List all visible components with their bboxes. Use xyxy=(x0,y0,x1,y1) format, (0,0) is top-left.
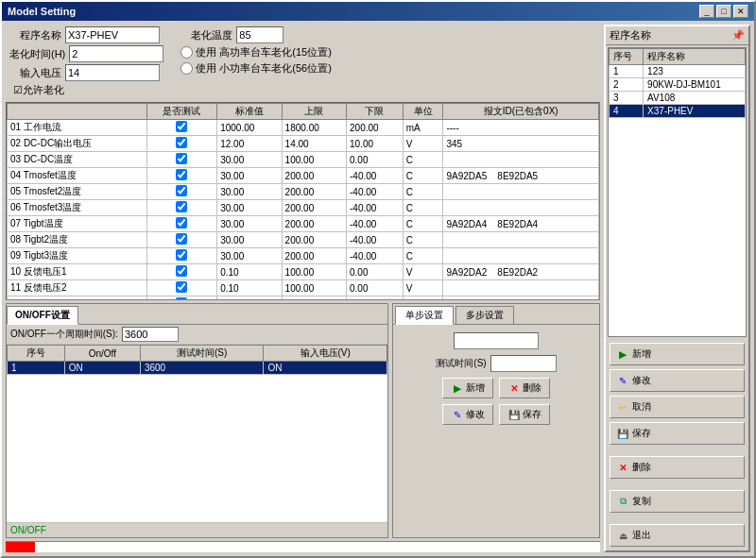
row-checkbox[interactable] xyxy=(146,120,217,136)
step-input1[interactable] xyxy=(454,332,539,349)
step-edit-button[interactable]: ✎ 修改 xyxy=(442,404,493,425)
tab-on-off-settings[interactable]: ON/OFF设置 xyxy=(7,306,78,325)
on-off-panel: ON/OFF设置 ON/OFF一个周期时间(S): 序号 On/Off xyxy=(6,303,388,538)
list-item[interactable]: 4 X37-PHEV xyxy=(610,105,746,118)
prog-col-seq: 序号 xyxy=(610,49,644,65)
high-power-radio[interactable] xyxy=(180,46,193,59)
row-msg: ---- xyxy=(443,120,599,136)
table-row[interactable]: 1 ON 3600 ON xyxy=(8,362,387,375)
step-save-button[interactable]: 💾 保存 xyxy=(499,404,550,425)
table-row[interactable]: 07 Tigbt温度 30.00 200.00 -40.00 C 9A92DA4… xyxy=(8,216,599,232)
prog-save-button[interactable]: 💾 保存 xyxy=(610,422,745,445)
step-new-button[interactable]: ▶ 新增 xyxy=(442,378,493,398)
row-checkbox[interactable] xyxy=(146,280,217,296)
tab-multi-step[interactable]: 多步设置 xyxy=(455,306,514,324)
row-upper: 100.00 xyxy=(282,296,346,301)
close-button[interactable]: ✕ xyxy=(733,5,748,18)
prog-cancel-button[interactable]: ↩ 取消 xyxy=(610,396,745,418)
prog-exit-button[interactable]: ⏏ 退出 xyxy=(610,524,745,547)
input-voltage-input[interactable] xyxy=(65,64,160,81)
row-lower: 10.00 xyxy=(347,136,404,152)
row-checkbox[interactable] xyxy=(146,232,217,248)
on-off-tab-bar: ON/OFF设置 xyxy=(7,304,387,325)
row-upper: 14.00 xyxy=(282,136,346,152)
table-row[interactable]: 12 反馈电压3 0.10 100.00 0.00 V xyxy=(8,296,599,301)
on-off-table: 序号 On/Off 测试时间(S) 输入电压(V) 1 ON xyxy=(7,345,387,375)
row-checkbox[interactable] xyxy=(146,264,217,280)
table-row[interactable]: 05 Tmosfet2温度 30.00 200.00 -40.00 C xyxy=(8,184,599,200)
maximize-button[interactable]: □ xyxy=(716,5,731,18)
row-upper: 100.00 xyxy=(282,152,346,168)
title-bar: Model Setting _ □ ✕ xyxy=(2,2,754,21)
prog-delete-icon: ✕ xyxy=(616,461,629,474)
prog-new-button[interactable]: ▶ 新增 xyxy=(610,343,745,365)
step-buttons-row1: ▶ 新增 ✕ 删除 xyxy=(442,378,550,398)
age-time-input[interactable] xyxy=(69,45,163,62)
minimize-button[interactable]: _ xyxy=(699,5,714,18)
row-id: 05 Tmosfet2温度 xyxy=(8,184,147,200)
program-list-container: 序号 程序名称 1 123 2 90KW-DJ-BM101 3 AV108 4 … xyxy=(608,47,747,337)
row-unit: C xyxy=(403,232,443,248)
row-upper: 100.00 xyxy=(282,280,346,296)
prog-copy-label: 复制 xyxy=(632,495,651,508)
row-checkbox[interactable] xyxy=(146,152,217,168)
list-item[interactable]: 3 AV108 xyxy=(610,92,746,105)
program-name-input[interactable] xyxy=(65,26,160,43)
row-checkbox[interactable] xyxy=(146,216,217,232)
age-temp-input[interactable] xyxy=(236,26,284,43)
list-item[interactable]: 1 123 xyxy=(610,65,746,78)
window-title: Model Setting xyxy=(8,6,76,17)
row-id: 03 DC-DC温度 xyxy=(8,152,147,168)
on-off-voltage: ON xyxy=(264,362,387,375)
row-id: 04 Tmosfet温度 xyxy=(8,168,147,184)
step-test-time-input[interactable] xyxy=(490,355,557,372)
row-checkbox[interactable] xyxy=(146,136,217,152)
left-panel: 程序名称 老化时间(H) 输入电压 ☑允许老化 xyxy=(6,25,600,552)
row-lower: 0.00 xyxy=(347,296,404,301)
table-row[interactable]: 02 DC-DC输出电压 12.00 14.00 10.00 V 345 xyxy=(8,136,599,152)
row-lower: -40.00 xyxy=(347,232,404,248)
list-item[interactable]: 2 90KW-DJ-BM101 xyxy=(610,78,746,92)
row-std: 30.00 xyxy=(217,152,282,168)
table-row[interactable]: 10 反馈电压1 0.10 100.00 0.00 V 9A92DA2 8E92… xyxy=(8,264,599,280)
right-buttons: ▶ 新增 ✎ 修改 ↩ 取消 💾 保存 xyxy=(606,339,748,550)
age-time-label: 老化时间(H) xyxy=(9,47,65,61)
row-id: 01 工作电流 xyxy=(8,120,147,136)
row-msg: 345 xyxy=(443,136,599,152)
table-row[interactable]: 09 Tigbt3温度 30.00 200.00 -40.00 C xyxy=(8,248,599,264)
table-row[interactable]: 06 Tmosfet3温度 30.00 200.00 -40.00 C xyxy=(8,200,599,216)
on-off-status-cell: ON xyxy=(64,362,140,375)
tab-single-step[interactable]: 单步设置 xyxy=(395,306,454,325)
row-checkbox[interactable] xyxy=(146,248,217,264)
low-power-group: 使用 小功率台车老化(56位置) xyxy=(180,61,332,76)
row-lower: -40.00 xyxy=(347,216,404,232)
low-power-radio[interactable] xyxy=(180,62,193,75)
table-row[interactable]: 03 DC-DC温度 30.00 100.00 0.00 C xyxy=(8,152,599,168)
row-checkbox[interactable] xyxy=(146,200,217,216)
row-checkbox[interactable] xyxy=(146,168,217,184)
prog-cancel-icon: ↩ xyxy=(616,400,629,414)
prog-copy-button[interactable]: ⧉ 复制 xyxy=(610,490,745,513)
prog-edit-button[interactable]: ✎ 修改 xyxy=(610,369,745,392)
prog-delete-button[interactable]: ✕ 删除 xyxy=(610,456,745,479)
row-unit: V xyxy=(403,296,443,301)
step-delete-button[interactable]: ✕ 删除 xyxy=(499,378,550,398)
row-checkbox[interactable] xyxy=(146,296,217,301)
on-off-status-text: ON/OFF xyxy=(10,525,46,535)
cycle-time-label: ON/OFF一个周期时间(S): xyxy=(10,328,118,341)
table-row[interactable]: 11 反馈电压2 0.10 100.00 0.00 V xyxy=(8,280,599,296)
row-unit: C xyxy=(403,200,443,216)
col-unit-header: 单位 xyxy=(403,104,443,120)
table-row[interactable]: 08 Tigbt2温度 30.00 200.00 -40.00 C xyxy=(8,232,599,248)
row-checkbox[interactable] xyxy=(146,184,217,200)
program-name-label: 程序名称 xyxy=(9,28,61,42)
cycle-time-input[interactable] xyxy=(122,327,179,342)
row-lower: 200.00 xyxy=(347,120,404,136)
row-upper: 200.00 xyxy=(282,184,346,200)
table-row[interactable]: 01 工作电流 1000.00 1800.00 200.00 mA ---- xyxy=(8,120,599,136)
row-id: 10 反馈电压1 xyxy=(8,264,147,280)
row-msg xyxy=(443,248,599,264)
row-std: 30.00 xyxy=(217,168,282,184)
row-lower: -40.00 xyxy=(347,168,404,184)
table-row[interactable]: 04 Tmosfet温度 30.00 200.00 -40.00 C 9A92D… xyxy=(8,168,599,184)
